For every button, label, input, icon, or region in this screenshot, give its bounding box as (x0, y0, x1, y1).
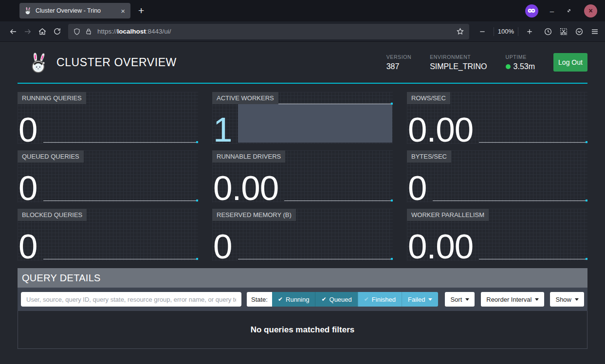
stat-value: 0.00 (212, 174, 278, 202)
check-icon: ✔ (364, 296, 369, 303)
lock-warning-icon[interactable] (85, 28, 92, 36)
stat-value: 0 (18, 116, 37, 144)
reorder-interval-dropdown[interactable]: Reorder Interval (481, 292, 544, 307)
trino-ui-page: CLUSTER OVERVIEW VERSION 387 ENVIRONMENT… (0, 42, 605, 349)
url-scheme: https:// (97, 28, 117, 35)
state-filter-running[interactable]: ✔Running (272, 292, 315, 307)
stat-tile-rows-sec: ROWS/SEC 0.00 (407, 92, 587, 144)
window-restore-button[interactable] (566, 7, 572, 14)
state-filter-group: State: ✔Running ✔Queued ✔Finished Failed (247, 292, 438, 307)
environment-info: ENVIRONMENT SIMPLE_TRINO (430, 54, 487, 71)
forward-icon[interactable] (20, 24, 35, 39)
environment-value: SIMPLE_TRINO (430, 62, 487, 71)
state-filter-failed-dropdown[interactable]: Failed (402, 292, 438, 307)
chevron-down-icon (575, 298, 579, 301)
stat-label: BLOCKED QUERIES (18, 209, 87, 221)
sparkline-chart (479, 92, 587, 144)
url-path: :8443/ui/ (146, 28, 171, 35)
bookmark-star-icon[interactable] (456, 27, 464, 36)
version-value: 387 (386, 62, 411, 71)
uptime-label: UPTIME (506, 54, 535, 60)
trino-bunny-logo (29, 51, 47, 74)
uptime-value: 3.53m (513, 62, 535, 71)
query-filter-toolbar: State: ✔Running ✔Queued ✔Finished Failed… (18, 288, 587, 311)
zoom-in-icon[interactable] (522, 24, 537, 39)
chevron-down-icon (465, 298, 469, 301)
chevron-down-icon (535, 298, 539, 301)
stat-value: 0 (18, 174, 37, 202)
sort-dropdown[interactable]: Sort (445, 292, 475, 307)
show-dropdown[interactable]: Show (550, 292, 584, 307)
new-tab-button[interactable]: + (138, 5, 144, 17)
uptime-info: UPTIME 3.53m (506, 54, 535, 71)
stat-tile-running-queries: RUNNING QUERIES 0 (18, 92, 198, 144)
stat-label: RESERVED MEMORY (B) (212, 209, 296, 221)
cluster-stats-grid: RUNNING QUERIES 0 ACTIVE WORKERS 1 ROWS/… (18, 92, 587, 261)
tab-close-icon[interactable]: × (120, 7, 126, 15)
page-title: CLUSTER OVERVIEW (56, 56, 177, 69)
back-icon[interactable] (6, 24, 20, 39)
screenshot-scissors-icon[interactable] (559, 27, 568, 36)
browser-tab[interactable]: Cluster Overview - Trino × (19, 3, 130, 18)
url-bar[interactable]: https://localhost:8443/ui/ (68, 24, 469, 39)
zoom-level[interactable]: 100% (498, 28, 514, 35)
window-minimize-button[interactable]: – (550, 7, 554, 15)
stat-value: 0 (18, 233, 37, 261)
stat-tile-bytes-sec: BYTES/SEC 0 (407, 150, 587, 202)
stat-label: BYTES/SEC (407, 150, 451, 163)
stat-label: ROWS/SEC (407, 92, 450, 104)
url-host: localhost (117, 28, 146, 35)
uptime-status-dot (506, 64, 511, 69)
history-clock-icon[interactable] (544, 27, 552, 36)
shield-icon[interactable] (73, 28, 81, 36)
separator (494, 27, 494, 36)
tab-title: Cluster Overview - Trino (36, 7, 116, 14)
browser-titlebar: Cluster Overview - Trino × + – × (0, 0, 605, 21)
stat-value: 1 (212, 116, 232, 144)
home-icon[interactable] (35, 24, 50, 39)
stat-value: 0 (407, 174, 427, 202)
stat-value: 0.00 (407, 233, 473, 261)
state-filter-queued[interactable]: ✔Queued (315, 292, 357, 307)
version-label: VERSION (386, 54, 411, 60)
url-text[interactable]: https://localhost:8443/ui/ (97, 28, 171, 35)
reload-icon[interactable] (50, 24, 64, 39)
app-header: CLUSTER OVERVIEW VERSION 387 ENVIRONMENT… (18, 42, 587, 84)
zoom-out-icon[interactable] (475, 24, 490, 39)
sparkline-chart (479, 209, 587, 261)
stat-label: WORKER PARALLELISM (407, 209, 489, 221)
stat-tile-active-workers: ACTIVE WORKERS 1 (212, 92, 393, 144)
window-close-button[interactable]: × (584, 4, 597, 18)
query-details-header: QUERY DETAILS (18, 268, 587, 288)
empty-queries-message: No queries matched filters (251, 325, 355, 335)
menu-hamburger-icon[interactable] (590, 27, 599, 36)
environment-label: ENVIRONMENT (430, 54, 487, 60)
logout-button[interactable]: Log Out (553, 53, 587, 72)
stat-tile-queued-queries: QUEUED QUERIES 0 (18, 150, 198, 202)
stat-label: RUNNING QUERIES (18, 92, 86, 104)
browser-toolbar: https://localhost:8443/ui/ 100% (0, 21, 605, 42)
query-search-input[interactable] (21, 292, 241, 307)
query-list-panel: No queries matched filters (18, 311, 587, 349)
private-browsing-mask-icon (525, 4, 538, 18)
version-info: VERSION 387 (386, 54, 411, 71)
sparkline-chart (284, 150, 393, 202)
stat-tile-blocked-queries: BLOCKED QUERIES 0 (18, 209, 198, 261)
stat-value: 0.00 (407, 116, 473, 144)
stat-tile-reserved-memory: RESERVED MEMORY (B) 0 (212, 209, 393, 261)
chevron-down-icon (428, 298, 432, 301)
stat-tile-worker-parallelism: WORKER PARALLELISM 0.00 (407, 209, 587, 261)
tab-favicon-bunny-icon (24, 7, 32, 15)
sparkline-chart (433, 150, 588, 202)
separator (518, 27, 518, 36)
stat-label: ACTIVE WORKERS (212, 92, 278, 104)
stat-value: 0 (212, 233, 232, 261)
stat-label: RUNNABLE DRIVERS (212, 150, 285, 163)
stat-label: QUEUED QUERIES (18, 150, 84, 163)
check-icon: ✔ (321, 296, 326, 303)
state-filter-finished[interactable]: ✔Finished (358, 292, 402, 307)
check-icon: ✔ (278, 296, 283, 303)
pocket-save-icon[interactable] (575, 27, 584, 36)
state-filter-label: State: (247, 292, 272, 307)
stat-tile-runnable-drivers: RUNNABLE DRIVERS 0.00 (212, 150, 393, 202)
